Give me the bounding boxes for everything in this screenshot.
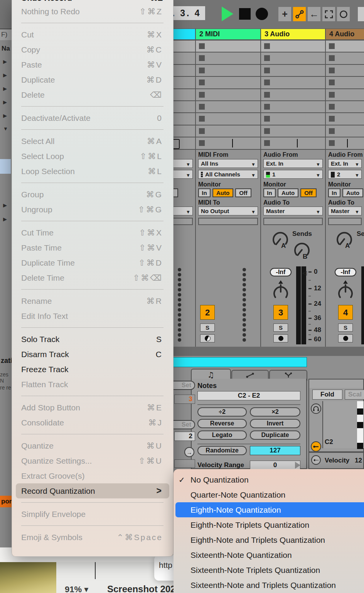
- menu-item-simplify-envelope[interactable]: Simplify Envelope: [12, 507, 173, 522]
- input-channel-dropdown[interactable]: All Channels▼: [198, 170, 258, 179]
- clip-stop-button[interactable]: [264, 80, 270, 85]
- arm-button[interactable]: [338, 334, 353, 342]
- gain-value-pill[interactable]: -Inf: [270, 268, 292, 276]
- input-type-dropdown[interactable]: Ext. In▼: [263, 159, 323, 168]
- send-knob-a[interactable]: A: [335, 229, 354, 251]
- clip-stop-button[interactable]: [264, 43, 270, 49]
- solo-button[interactable]: S: [338, 324, 353, 332]
- menu-item-delete-time[interactable]: Delete Time⇧⌘⌫: [12, 270, 173, 285]
- solo-button[interactable]: S: [273, 324, 288, 332]
- browser-selected-row[interactable]: [0, 159, 11, 174]
- note-op-reverse[interactable]: Reverse: [197, 419, 247, 428]
- clip-stop-button[interactable]: [199, 80, 205, 85]
- clip-slot[interactable]: [196, 77, 260, 88]
- menu-item-ungroup[interactable]: Ungroup⇧⌘G: [12, 202, 173, 217]
- clip-slot[interactable]: [196, 89, 260, 100]
- clip-slot[interactable]: [326, 53, 364, 64]
- track-header-4[interactable]: 4 Audio: [326, 29, 364, 39]
- loop-set-button-fragment[interactable]: Set: [171, 420, 195, 429]
- menu-item-consolidate[interactable]: Consolidate⌘J: [12, 415, 173, 430]
- input-channel-dropdown[interactable]: 2▼: [328, 170, 362, 179]
- menu-item-select-all[interactable]: Select All⌘A: [12, 134, 173, 149]
- clip-slot[interactable]: [326, 65, 364, 76]
- menu-item-solo-track[interactable]: Solo TrackS: [12, 332, 173, 347]
- input-type-dropdown[interactable]: Ext. In▼: [328, 159, 362, 168]
- fold-button[interactable]: Fold: [312, 390, 342, 400]
- scene-stop-row[interactable]: [326, 137, 364, 149]
- submenu-item-sixteenth-note-quantization[interactable]: Sixteenth-Note Quantization: [174, 547, 364, 563]
- menu-item-emoji-symbols[interactable]: Emoji & Symbols⌃⌘Space: [12, 530, 173, 545]
- record-button[interactable]: [256, 8, 268, 20]
- send-knob-b[interactable]: B: [292, 240, 312, 262]
- clip-stop-button[interactable]: [199, 128, 205, 134]
- clip-slot[interactable]: [196, 101, 260, 112]
- clip-stop-button[interactable]: [199, 92, 205, 98]
- piano-key-w[interactable]: [357, 415, 363, 422]
- clip-stop-button[interactable]: [264, 128, 270, 134]
- track-header-2[interactable]: 2 MIDI: [196, 29, 260, 39]
- menu-item-deactivate-activate[interactable]: Deactivate/Activate0: [12, 110, 173, 125]
- browser-item-arrow-open[interactable]: ▼: [3, 126, 8, 132]
- clip-slot[interactable]: [261, 89, 325, 100]
- capture-midi-icon[interactable]: [293, 7, 306, 21]
- volume-knob[interactable]: [270, 279, 292, 303]
- clip-slot[interactable]: [261, 113, 325, 124]
- output-dropdown[interactable]: No Output▼: [198, 207, 258, 215]
- clip-stop-button[interactable]: [264, 55, 270, 61]
- submenu-item-sixteenth-note-triplets-quantization[interactable]: Sixteenth-Note Triplets Quantization: [174, 563, 364, 578]
- clip-slot[interactable]: [261, 101, 325, 112]
- clip-stop-button[interactable]: [199, 104, 205, 110]
- menu-item-freeze-track[interactable]: Freeze Track: [12, 362, 173, 377]
- volume-knob[interactable]: [335, 279, 356, 303]
- clip-slot[interactable]: [196, 125, 260, 137]
- clip-slot[interactable]: [196, 53, 260, 64]
- clip-slot[interactable]: [326, 101, 364, 112]
- monitor-in-button[interactable]: In: [198, 188, 211, 197]
- note-op-duplicate[interactable]: Duplicate: [250, 430, 300, 440]
- browser-item-arrow[interactable]: ▶: [3, 59, 7, 64]
- loop-length-field-fragment[interactable]: 2: [174, 432, 195, 441]
- piano-key-w[interactable]: [357, 435, 363, 443]
- track-number-button[interactable]: 2: [200, 305, 215, 320]
- browser-item-arrow[interactable]: ▶: [3, 72, 7, 78]
- arm-button[interactable]: [200, 334, 215, 342]
- menu-item-undo-clipped[interactable]: Undo Record⌘Z: [12, 0, 173, 4]
- clip-slot[interactable]: [261, 65, 325, 76]
- menu-item-paste[interactable]: Paste⌘V: [12, 57, 173, 72]
- clip-slot[interactable]: [326, 113, 364, 124]
- submenu-item-sixteenth-note-and-triplets-quantization[interactable]: Sixteenth-Note and Triplets Quantization: [174, 578, 364, 593]
- clip-stop-button[interactable]: [264, 116, 270, 122]
- browser-item-arrow[interactable]: ▶: [3, 202, 7, 208]
- piano-key-w[interactable]: [357, 401, 363, 408]
- output-dropdown[interactable]: Master▼: [328, 207, 362, 215]
- track-header-3[interactable]: 3 Audio: [261, 29, 325, 39]
- menu-item-edit-info-text[interactable]: Edit Info Text: [12, 308, 173, 324]
- note-op-invert[interactable]: Invert: [250, 419, 300, 428]
- menu-item-record-quantization[interactable]: Record Quantization>: [16, 483, 169, 498]
- scene-stop-row[interactable]: [261, 137, 325, 149]
- submenu-item-quarter-note-quantization[interactable]: Quarter-Note Quantization: [174, 487, 364, 502]
- piano-key-b[interactable]: [357, 422, 363, 428]
- clip-stop-button[interactable]: [264, 104, 270, 110]
- clip-stop-button[interactable]: [199, 116, 205, 122]
- clip-stop-button[interactable]: [199, 140, 205, 146]
- menu-item-copy[interactable]: Copy⌘C: [12, 42, 173, 57]
- clip-slot[interactable]: [261, 77, 325, 88]
- back-to-arrangement-icon[interactable]: ←: [308, 7, 320, 21]
- desktop-photo-thumbnail[interactable]: [0, 562, 56, 593]
- note-range-field[interactable]: C2 - E2: [197, 391, 300, 400]
- submenu-item-eighth-note-triplets-quantization[interactable]: Eighth-Note Triplets Quantization: [174, 517, 364, 532]
- stop-button[interactable]: [239, 8, 251, 20]
- piano-keys[interactable]: [357, 401, 363, 448]
- menu-item-flatten-track[interactable]: Flatten Track: [12, 377, 173, 392]
- clip-slot[interactable]: [196, 113, 260, 124]
- velocity-range-field[interactable]: 0: [250, 461, 300, 470]
- clip-slot[interactable]: [326, 41, 364, 52]
- track-number-button[interactable]: 4: [338, 305, 353, 320]
- piano-key-b[interactable]: [357, 408, 363, 415]
- menu-item-loop-selection[interactable]: Loop Selection⌘L: [12, 164, 173, 179]
- menu-item-cut[interactable]: Cut⌘X: [12, 27, 173, 42]
- follow-arrow-icon[interactable]: →: [184, 447, 194, 457]
- randomize-value-field[interactable]: 127: [250, 446, 300, 455]
- scene-stop-row[interactable]: [196, 137, 260, 149]
